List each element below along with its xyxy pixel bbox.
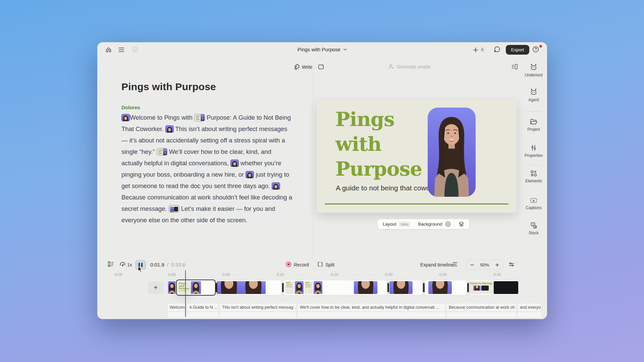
split-icon — [317, 261, 323, 267]
playhead[interactable] — [185, 270, 186, 317]
expand-timeline-button[interactable]: Expand timeline — [420, 262, 454, 267]
chevron-down-icon — [343, 48, 347, 51]
clip-thumbnail-av — [428, 281, 452, 294]
sidebar-item-stock[interactable]: Stock — [520, 222, 547, 235]
timeline-clip[interactable] — [389, 280, 422, 295]
sidebar-item-agent[interactable]: Agent — [520, 89, 547, 102]
write-pen-icon[interactable] — [294, 64, 300, 70]
frame-icon[interactable] — [318, 64, 324, 70]
layout-panel-icon[interactable] — [511, 64, 518, 70]
timeline-clip[interactable] — [168, 280, 176, 295]
video-preview-canvas[interactable]: PingswithPurpose A guide to not being th… — [317, 100, 517, 213]
script-notes-icon[interactable] — [107, 261, 114, 267]
time-display: 0:01.9 / 0:33.6 — [150, 262, 185, 267]
script-thumb-slide[interactable] — [157, 148, 167, 156]
help-icon[interactable] — [532, 46, 539, 53]
speaker-name[interactable]: Dolores — [121, 105, 140, 110]
ruler-tick — [118, 271, 118, 272]
svg-text:A: A — [533, 199, 535, 202]
person-plus-icon — [388, 64, 394, 69]
slide-subtitle: A guide to not being that coworker — [336, 184, 442, 192]
user-avatar[interactable]: K — [478, 45, 487, 54]
presenter-avatar-video[interactable] — [428, 108, 476, 197]
clip-trim-handle[interactable] — [216, 283, 217, 292]
script-thumb-media[interactable] — [169, 205, 179, 213]
layout-label: Layout — [383, 222, 396, 227]
script-thumb-avatar[interactable] — [121, 114, 130, 121]
script-thumb-avatar[interactable] — [246, 171, 254, 178]
script-thumb-avatar[interactable] — [272, 182, 280, 190]
clip-thumbnail-av — [295, 281, 304, 294]
sidebar-item-captions[interactable]: ACaptions — [520, 197, 547, 210]
script-body[interactable]: Welcome to Pings with Purpose: A Guide t… — [121, 112, 294, 226]
ruler-tick — [335, 271, 335, 272]
sidebar-divider — [526, 111, 541, 112]
layers-button[interactable] — [455, 219, 468, 229]
split-button[interactable]: Split — [325, 262, 334, 267]
record-icon — [286, 261, 291, 267]
sidebar-item-underlord[interactable]: Underlord — [520, 64, 547, 77]
clip-trim-handle[interactable] — [387, 283, 389, 292]
timeline-caption[interactable]: This isn't about writing perfect messag … — [220, 304, 296, 311]
script-thumb-avatar[interactable] — [230, 160, 239, 167]
timeline-clip[interactable] — [216, 280, 281, 295]
sidebar-item-elements[interactable]: Elements — [520, 170, 547, 183]
script-heading[interactable]: Pings with Purpose — [121, 81, 216, 93]
zoom-out-icon[interactable] — [470, 263, 474, 267]
clip-trim-handle[interactable] — [423, 283, 425, 292]
clip-thumbnail-av — [168, 281, 176, 294]
generate-avatar-button[interactable]: Generate avatar — [388, 64, 431, 69]
timeline-caption[interactable]: We'll cover how to be clear, kind, and a… — [298, 304, 445, 311]
document-title[interactable]: Pings with Purpose — [298, 47, 347, 52]
clip-trim-handle[interactable] — [282, 283, 284, 292]
timeline-clip[interactable] — [494, 280, 518, 295]
timeline-clip[interactable] — [425, 280, 466, 295]
timeline-zoom-control: 50% — [466, 260, 503, 270]
layout-button[interactable]: Layout Intro — [379, 219, 414, 229]
timeline-clip-selected[interactable]: Pings with Purpose — [177, 280, 215, 295]
sidebar-item-properties[interactable]: Properties — [520, 144, 547, 158]
user-avatar-initial: K — [481, 48, 484, 52]
expand-timeline-icon[interactable] — [452, 262, 458, 267]
add-clip-button[interactable]: + — [148, 282, 163, 294]
sidebar-item-project[interactable]: Project — [520, 119, 547, 132]
comments-icon[interactable] — [494, 46, 500, 53]
timeline-caption[interactable]: and everyo... — [518, 304, 541, 311]
sidebar-divider — [526, 165, 541, 165]
timeline-caption-row2 — [220, 312, 296, 317]
timeline-clip[interactable]: Thanks For Watching! — [470, 280, 492, 295]
sync-status-icon — [132, 46, 138, 53]
timeline-caption-row2 — [168, 312, 185, 317]
playback-speed-value[interactable]: 1x — [127, 262, 132, 267]
home-icon[interactable] — [105, 47, 112, 53]
clip-thumbnail-av — [389, 281, 413, 294]
menu-icon[interactable] — [118, 47, 124, 52]
timeline-settings-icon[interactable] — [508, 262, 515, 267]
timeline-clip[interactable] — [284, 280, 386, 295]
timeline-caption-row2 — [447, 312, 516, 317]
pause-button[interactable] — [135, 260, 146, 270]
script-thumb-slide[interactable] — [194, 114, 205, 121]
clip-thumbnail-black — [494, 281, 518, 294]
timeline-caption[interactable]: Welcom ... — [168, 304, 185, 311]
clip-trim-handle[interactable] — [467, 283, 469, 292]
clip-thumbnail-slide2 — [304, 281, 313, 294]
export-button[interactable]: Export — [506, 45, 529, 55]
playback-speed-icon[interactable] — [119, 261, 126, 267]
script-thumb-avatar[interactable] — [165, 125, 174, 133]
ruler-label: 0:00 — [168, 273, 176, 277]
total-time: 0:33.6 — [171, 262, 185, 267]
right-sidebar: UnderlordAgentProjectPropertiesElementsA… — [520, 62, 547, 263]
zoom-in-icon[interactable] — [495, 263, 499, 267]
record-button[interactable]: Record — [294, 262, 309, 267]
background-button[interactable]: Background — [415, 219, 454, 229]
script-text[interactable]: Welcome to Pings with — [130, 114, 194, 121]
write-button[interactable]: Write — [302, 64, 313, 70]
timeline-caption[interactable]: A Guide to N ... — [187, 304, 218, 311]
clip-thumbnail-av2 — [217, 281, 266, 294]
timeline-zoom-level[interactable]: 50% — [480, 262, 489, 267]
sidebar-item-label: Properties — [525, 153, 543, 158]
add-collaborator-icon[interactable] — [473, 47, 478, 53]
ruler-tick — [280, 271, 281, 272]
timeline-caption[interactable]: Because communication at work sh — [447, 304, 516, 311]
